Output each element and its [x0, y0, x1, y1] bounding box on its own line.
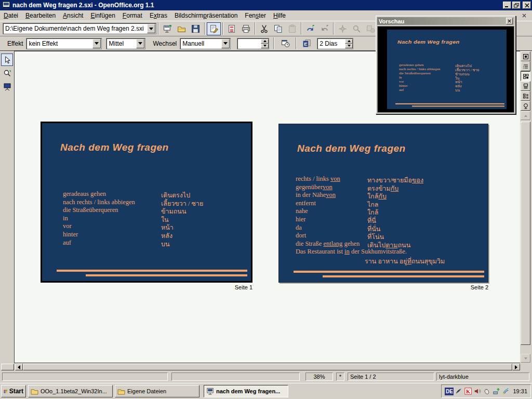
menu-format[interactable]: Format	[119, 10, 146, 21]
menu-bildschirmpraesentation[interactable]: Bildschirmpräsentation	[171, 10, 241, 21]
slide-1-surface[interactable]: Nach dem Weg fragengeradeaus gehenเดินตร…	[42, 123, 251, 281]
effect-dropdown-icon[interactable]	[92, 39, 101, 48]
redo-button[interactable]	[317, 22, 331, 35]
rehearse-timings-button[interactable]	[278, 37, 292, 50]
time-up-icon[interactable]	[261, 39, 269, 44]
slides-per-row-field[interactable]: 2 Dias	[317, 38, 353, 49]
save-button[interactable]	[189, 22, 203, 35]
keyboard-layout-badge[interactable]: DE	[445, 388, 454, 395]
preview-close-icon[interactable]	[506, 18, 513, 24]
undo-button[interactable]	[303, 22, 317, 35]
wechsel-label: Wechsel	[145, 40, 180, 47]
slide-2[interactable]: Nach dem Weg fragenrechts / links vonทาง…	[278, 124, 488, 283]
notes-view-button[interactable]	[521, 81, 530, 91]
menu-ansicht[interactable]: Ansicht	[59, 10, 87, 21]
minimize-button[interactable]	[503, 2, 511, 9]
paste-button[interactable]	[285, 22, 299, 35]
start-presentation-button[interactable]	[521, 101, 530, 111]
edit-mode-button[interactable]	[207, 22, 221, 35]
select-tool-button[interactable]	[1, 54, 13, 66]
network-bird-icon[interactable]	[501, 387, 510, 395]
start-button[interactable]: Start	[1, 385, 26, 397]
slides-per-row-value: 2 Dias	[317, 40, 345, 47]
dias-up-icon[interactable]	[345, 39, 353, 44]
volume-icon[interactable]	[473, 387, 482, 395]
vocab-row: hinterหลัง	[63, 231, 251, 239]
close-button[interactable]	[523, 2, 531, 9]
new-presentation-button[interactable]	[161, 22, 175, 35]
safely-remove-icon[interactable]	[492, 387, 500, 395]
document-close-icon[interactable]	[521, 12, 528, 19]
print-button[interactable]	[239, 22, 253, 35]
german-term: in der Nähevon	[296, 191, 336, 199]
dias-down-icon[interactable]	[345, 44, 353, 48]
vocab-row: aufบน	[399, 88, 507, 92]
export-pdf-button[interactable]	[225, 22, 239, 35]
url-value[interactable]: D:\Eigene Dokumente\nach dem Weg fragen …	[3, 25, 147, 32]
navigator-button[interactable]	[336, 22, 350, 35]
cut-button[interactable]	[257, 22, 271, 35]
transition-time-field[interactable]	[237, 38, 269, 49]
task-ooo-folder[interactable]: OOo_1.1beta2_Win32In...	[28, 385, 113, 397]
speed-combobox[interactable]: Mittel	[106, 38, 145, 49]
handout-view-button[interactable]	[521, 91, 530, 101]
german-term: vor	[63, 222, 72, 230]
status-zoom[interactable]: 38%	[305, 373, 333, 381]
transition-dropdown-icon[interactable]	[221, 39, 230, 48]
time-down-icon[interactable]	[261, 44, 269, 48]
zoom-tool-rail-button[interactable]	[1, 67, 13, 79]
drawing-view-button[interactable]	[521, 51, 530, 61]
menu-hilfe[interactable]: Hilfe	[270, 10, 289, 21]
vscroll-thumb[interactable]	[521, 122, 530, 345]
windows-logo-icon	[4, 387, 8, 395]
pen-tablet-icon[interactable]	[455, 387, 463, 395]
vocab-row: geradeaus gehenเดินตรงไป	[399, 63, 507, 68]
right-rail	[520, 51, 531, 363]
divider-line	[323, 275, 484, 277]
hscroll-left-icon[interactable]	[15, 364, 23, 370]
speed-dropdown-icon[interactable]	[136, 39, 144, 48]
vocab-row: naheใกล้	[296, 207, 488, 216]
slide-vocab-list: rechts / links vonทางขวา/ซายมือของgegenü…	[296, 175, 488, 264]
divider-line	[294, 271, 484, 273]
task-eigene-dateien[interactable]: Eigene Dateien	[115, 385, 200, 397]
url-dropdown-icon[interactable]	[147, 24, 155, 33]
preview-titlebar[interactable]: Vorschau	[377, 17, 514, 25]
transition-combobox[interactable]: Manuell	[180, 38, 231, 49]
folder-icon	[117, 388, 125, 395]
antivirus-icon[interactable]: K	[464, 387, 472, 395]
restore-button[interactable]	[512, 2, 521, 9]
german-term: in	[399, 75, 402, 79]
menu-datei[interactable]: Datei	[0, 10, 22, 21]
menu-fenster[interactable]: Fenster	[241, 10, 270, 21]
menu-einfuegen[interactable]: Einfügen	[87, 10, 118, 21]
preview-window[interactable]: Vorschau Nach dem Weg fragengeradeaus ge…	[376, 16, 516, 114]
hscroll-right-icon[interactable]	[512, 364, 520, 370]
outline-view-button[interactable]	[521, 61, 530, 71]
menu-extras[interactable]: Extras	[146, 10, 171, 21]
vscroll-down-icon[interactable]	[521, 354, 530, 363]
vocab-row: rechts / links vonทางขวา/ซายมือของ	[296, 175, 488, 183]
vocab-row: entferntไกล	[296, 200, 488, 208]
task-impress-document[interactable]: nach dem Weg fragen...	[204, 385, 288, 397]
scroll-split-handle[interactable]	[1, 364, 14, 370]
slide-vocab-list: geradeaus gehenเดินตรงไปnach rechts / li…	[399, 63, 507, 92]
tool-rail	[0, 51, 14, 363]
show-effect-button[interactable]: E	[300, 37, 314, 50]
german-term: nahe	[296, 207, 308, 215]
slide-2-surface[interactable]: Nach dem Weg fragenrechts / links vonทาง…	[279, 124, 488, 282]
slide-1[interactable]: Nach dem Weg fragengeradeaus gehenเดินตร…	[41, 122, 252, 283]
window-titlebar[interactable]: nach dem Weg fragen 2.sxi - OpenOffice.o…	[0, 0, 532, 10]
slide-view-button[interactable]	[521, 71, 530, 81]
tray-clock[interactable]: 19:31	[511, 388, 527, 394]
effect-combobox[interactable]: kein Effekt	[26, 38, 102, 49]
mouse-settings-icon[interactable]	[483, 387, 491, 395]
copy-button[interactable]	[271, 22, 285, 35]
presentation-tool-button[interactable]	[1, 81, 13, 93]
open-button[interactable]	[175, 22, 189, 35]
zoom-tool-button[interactable]	[350, 22, 364, 35]
url-combobox[interactable]: D:\Eigene Dokumente\nach dem Weg fragen …	[3, 23, 156, 34]
menu-bearbeiten[interactable]: Bearbeiten	[22, 10, 59, 21]
vscroll-up-icon[interactable]	[521, 111, 530, 120]
hscroll-thumb[interactable]	[23, 364, 512, 370]
